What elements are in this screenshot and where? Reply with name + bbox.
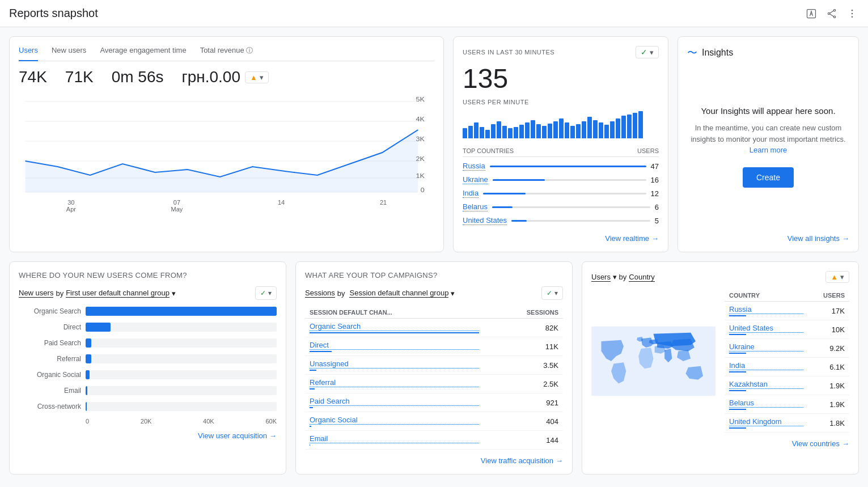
geo-warning-btn[interactable]: ▲ ▾ — [825, 271, 849, 283]
acquisition-bar-row: Direct — [19, 323, 277, 332]
svg-text:5K: 5K — [416, 96, 425, 103]
acquisition-bar-fill — [86, 323, 111, 332]
acquisition-channel-label: Email — [19, 387, 81, 395]
campaigns-check-btn[interactable]: ✓ ▾ — [541, 286, 563, 300]
arrow-right-icon: → — [842, 234, 849, 243]
view-all-insights-link[interactable]: View all insights → — [687, 234, 849, 243]
geo-country-link[interactable]: Ukraine — [729, 342, 803, 352]
campaigns-table-row: Unassigned 3.5K — [305, 356, 563, 375]
view-user-acquisition-link[interactable]: View user acquisition → — [19, 431, 277, 440]
campaigns-dropdown-icon[interactable]: ▾ — [451, 289, 455, 298]
svg-point-2 — [828, 12, 829, 14]
acquisition-question: WHERE DO YOUR NEW USERS COME FROM? — [19, 271, 277, 280]
acquisition-bar-chart: Organic Search Direct Paid Search Referr… — [19, 307, 277, 411]
geo-country-link[interactable]: United Kingdom — [729, 417, 803, 426]
geo-country-filter[interactable]: Country — [629, 273, 655, 282]
sessions-filter[interactable]: Sessions — [305, 289, 335, 298]
realtime-bar — [491, 124, 496, 138]
country-name[interactable]: India — [463, 189, 479, 198]
geo-country-link[interactable]: Belarus — [729, 399, 803, 408]
per-minute-label: USERS PER MINUTE — [463, 99, 659, 105]
view-countries-link[interactable]: View countries → — [591, 439, 849, 448]
new-users-filter[interactable]: New users — [19, 289, 53, 298]
svg-point-3 — [833, 16, 835, 18]
campaign-channel-cell: Organic Search — [305, 319, 484, 337]
learn-more-link[interactable]: Learn more — [750, 146, 787, 154]
channel-group-filter[interactable]: First user default channel group — [66, 289, 170, 298]
view-traffic-acquisition-link[interactable]: View traffic acquisition → — [305, 456, 563, 465]
realtime-bar — [553, 121, 558, 138]
geo-country-link[interactable]: United States — [729, 324, 803, 333]
metrics-card: Users New users Average engagement time … — [9, 36, 444, 252]
geo-country-link[interactable]: India — [729, 361, 803, 370]
engagement-value: 0m 56s — [112, 68, 164, 86]
realtime-bar — [610, 121, 615, 138]
country-bar-wrap — [483, 193, 646, 194]
insights-title: Insights — [702, 48, 733, 58]
realtime-card: USERS IN LAST 30 MINUTES ✓ ▾ 135 USERS P… — [453, 36, 668, 252]
realtime-check-btn[interactable]: ✓ ▾ — [636, 46, 659, 58]
campaign-channel-link[interactable]: Direct — [310, 341, 479, 350]
campaign-channel-link[interactable]: Organic Social — [310, 416, 479, 425]
campaign-channel-link[interactable]: Referral — [310, 378, 479, 387]
campaign-channel-link[interactable]: Email — [310, 434, 479, 443]
countries-header: TOP COUNTRIES USERS — [463, 145, 659, 157]
tab-new-users[interactable]: New users — [52, 46, 86, 61]
edit-icon[interactable] — [805, 7, 818, 20]
country-name[interactable]: Ukraine — [463, 175, 488, 184]
acquisition-bar-track — [86, 323, 277, 332]
geo-country-link[interactable]: Kazakhstan — [729, 380, 803, 389]
acquisition-channel-label: Referral — [19, 355, 81, 363]
campaign-channel-link[interactable]: Organic Search — [310, 322, 479, 331]
country-col-header: COUNTRY — [725, 290, 808, 302]
realtime-label: USERS IN LAST 30 MINUTES — [463, 49, 554, 56]
realtime-bar — [480, 127, 484, 138]
check-icon: ✓ — [260, 289, 266, 297]
campaign-channel-link[interactable]: Paid Search — [310, 397, 479, 406]
tab-users[interactable]: Users — [19, 46, 38, 61]
geo-users-cell: 9.2K — [808, 339, 849, 358]
acquisition-channel-label: Paid Search — [19, 339, 81, 347]
acquisition-filter-label: New users by First user default channel … — [19, 289, 176, 298]
geo-country-cell: United States — [725, 320, 808, 339]
session-channel-filter[interactable]: Session default channel group — [349, 289, 448, 298]
filter-dropdown-icon[interactable]: ▾ — [172, 289, 176, 298]
revenue-info-icon[interactable]: ⓘ — [246, 46, 253, 54]
geo-country-cell: Kazakhstan — [725, 376, 808, 395]
share-icon[interactable] — [825, 7, 839, 20]
country-name[interactable]: United States — [463, 216, 507, 225]
realtime-bar — [627, 115, 632, 138]
svg-rect-22 — [591, 327, 715, 396]
campaigns-card: WHAT ARE YOUR TOP CAMPAIGNS? Sessions by… — [295, 261, 573, 475]
insights-trend-icon: 〜 — [687, 46, 697, 60]
campaign-channel-cell: Direct — [305, 337, 484, 356]
view-realtime-link[interactable]: View realtime → — [463, 234, 659, 243]
realtime-header: USERS IN LAST 30 MINUTES ✓ ▾ — [463, 46, 659, 58]
svg-point-6 — [852, 9, 853, 11]
world-map — [591, 290, 715, 433]
realtime-bar — [633, 113, 637, 138]
realtime-bar — [525, 122, 530, 138]
campaign-channel-cell: Email — [305, 431, 484, 450]
country-name[interactable]: Russia — [463, 162, 485, 171]
geo-country-link[interactable]: Russia — [729, 305, 803, 314]
revenue-warning-btn[interactable]: ▲ ▾ — [245, 71, 269, 83]
users-metric: 74K — [19, 68, 47, 86]
check-dropdown-icon: ▾ — [554, 289, 558, 297]
dashboard: Users New users Average engagement time … — [0, 27, 868, 484]
country-name[interactable]: Belarus — [463, 202, 488, 211]
geo-users-filter[interactable]: Users — [591, 273, 611, 282]
new-users-metric: 71K — [65, 68, 94, 86]
more-icon[interactable] — [845, 7, 859, 20]
world-map-svg — [591, 290, 715, 433]
campaign-channel-link[interactable]: Unassigned — [310, 359, 479, 369]
country-bar-wrap — [492, 206, 650, 208]
tab-engagement[interactable]: Average engagement time — [100, 46, 186, 61]
acquisition-bar-fill — [86, 338, 91, 348]
arrow-right-icon: → — [651, 234, 659, 243]
campaign-channel-cell: Unassigned — [305, 356, 484, 375]
create-insights-button[interactable]: Create — [743, 167, 794, 188]
tab-revenue[interactable]: Total revenue ⓘ — [200, 46, 253, 61]
realtime-bar — [621, 116, 626, 138]
acquisition-check-btn[interactable]: ✓ ▾ — [255, 286, 277, 300]
